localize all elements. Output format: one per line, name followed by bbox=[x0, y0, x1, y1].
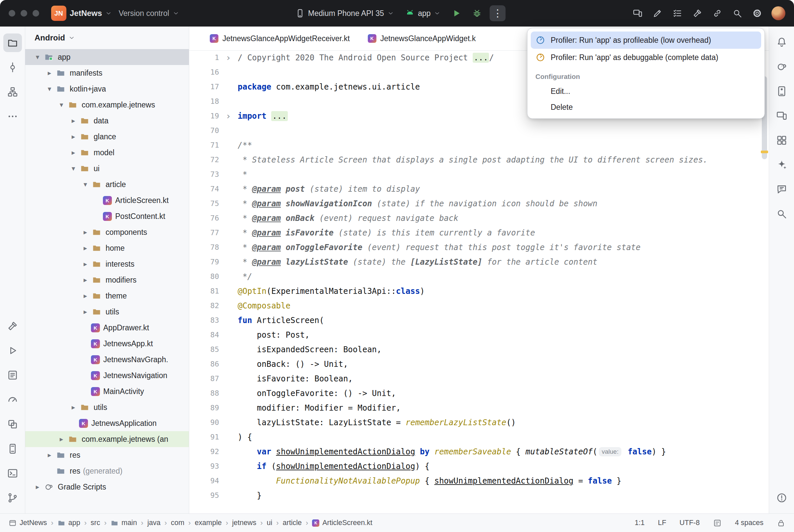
link-icon[interactable] bbox=[710, 6, 725, 21]
chevron-right-icon[interactable]: ▸ bbox=[44, 451, 55, 459]
settings-icon[interactable] bbox=[750, 6, 765, 21]
running-devices-icon[interactable] bbox=[630, 6, 645, 21]
code-text[interactable]: isFavorite: Boolean, bbox=[238, 372, 769, 386]
tree-item-kotlin-java[interactable]: ▾kotlin+java bbox=[25, 81, 189, 97]
popup-item-profiler-run-app-as-debuggable-complete-da[interactable]: Profiler: Run 'app' as debuggable (compl… bbox=[531, 49, 761, 66]
close-window-button[interactable] bbox=[8, 10, 15, 17]
assistant-tool-button[interactable] bbox=[772, 180, 791, 199]
tree-item-postcontent-kt[interactable]: KPostContent.kt bbox=[25, 208, 189, 224]
chevron-right-icon[interactable]: ▸ bbox=[32, 483, 43, 491]
popup-action-edit[interactable]: Edit... bbox=[531, 83, 761, 99]
more-tool-button[interactable] bbox=[3, 107, 22, 126]
debug-button[interactable] bbox=[469, 5, 485, 21]
lock-icon[interactable] bbox=[777, 519, 786, 527]
breadcrumb-ui[interactable]: ui bbox=[266, 519, 272, 527]
caret-position[interactable]: 1:1 bbox=[635, 519, 645, 527]
gemini-tool-button[interactable] bbox=[772, 155, 791, 174]
logcat-tool-button[interactable] bbox=[3, 366, 22, 384]
search-icon[interactable] bbox=[730, 6, 745, 21]
tree-item-jetnewsapp-kt[interactable]: KJetnewsApp.kt bbox=[25, 336, 189, 352]
project-tool-button[interactable] bbox=[3, 34, 22, 52]
code-text[interactable]: post: Post, bbox=[238, 328, 769, 342]
code-text[interactable]: /** bbox=[238, 138, 769, 153]
code-text[interactable]: @Composable bbox=[238, 299, 769, 313]
terminal-tool-button[interactable] bbox=[3, 464, 22, 482]
breadcrumb-jetnews[interactable]: JetNews bbox=[8, 519, 47, 527]
code-text[interactable]: onToggleFavorite: () -> Unit, bbox=[238, 386, 769, 401]
device-explorer-tool-button[interactable] bbox=[3, 439, 22, 458]
tree-item-jetnewsnavigation[interactable]: KJetnewsNavigation bbox=[25, 367, 189, 383]
chevron-right-icon[interactable]: ▸ bbox=[80, 244, 91, 252]
code-text[interactable]: * Stateless Article Screen that displays… bbox=[238, 153, 769, 167]
tree-item-article[interactable]: ▾article bbox=[25, 176, 189, 192]
project-view-selector[interactable]: Android bbox=[25, 26, 189, 49]
chevron-down-icon[interactable]: ▾ bbox=[32, 53, 43, 61]
breadcrumb-src[interactable]: src bbox=[91, 519, 100, 527]
tree-item-gradle-scripts[interactable]: ▸Gradle Scripts bbox=[25, 479, 189, 495]
editor-tab-jetnewsglanceappwidgetreceiver-kt[interactable]: KJetnewsGlanceAppWidgetReceiver.kt bbox=[202, 26, 358, 51]
breadcrumb-main[interactable]: main bbox=[111, 519, 137, 527]
chevron-down-icon[interactable]: ▾ bbox=[68, 165, 79, 172]
tree-item-glance[interactable]: ▸glance bbox=[25, 129, 189, 145]
chevron-right-icon[interactable]: ▸ bbox=[44, 69, 55, 77]
tree-item-theme[interactable]: ▸theme bbox=[25, 288, 189, 304]
code-text[interactable]: * bbox=[238, 167, 769, 182]
popup-item-profiler-run-app-as-profileable-low-overhe[interactable]: Profiler: Run 'app' as profileable (low … bbox=[531, 32, 761, 49]
problems-tool-button[interactable] bbox=[772, 489, 791, 507]
todo-checklist-icon[interactable] bbox=[670, 6, 685, 21]
code-text[interactable]: * @param showNavigationIcon (state) if t… bbox=[238, 196, 769, 211]
chevron-right-icon[interactable]: ▸ bbox=[68, 133, 79, 140]
device-manager-tool-button[interactable] bbox=[772, 82, 791, 100]
running-devices-tool-button[interactable] bbox=[772, 107, 791, 125]
minimize-window-button[interactable] bbox=[21, 10, 27, 17]
notifications-tool-button[interactable] bbox=[772, 33, 791, 52]
breadcrumb-com[interactable]: com bbox=[171, 519, 185, 527]
breadcrumb-articlescreen-kt[interactable]: KArticleScreen.kt bbox=[312, 519, 372, 527]
chevron-right-icon[interactable]: ▸ bbox=[56, 435, 67, 443]
code-text[interactable]: * @param onBack (event) request navigate… bbox=[238, 211, 769, 226]
build-icon[interactable] bbox=[690, 6, 705, 21]
tree-item-appdrawer-kt[interactable]: KAppDrawer.kt bbox=[25, 320, 189, 336]
structure-tool-button[interactable] bbox=[3, 82, 22, 101]
tree-item-model[interactable]: ▸model bbox=[25, 145, 189, 160]
chevron-right-icon[interactable]: ▸ bbox=[80, 276, 91, 284]
file-encoding[interactable]: UTF-8 bbox=[680, 519, 700, 527]
resource-manager-tool-button[interactable] bbox=[772, 131, 791, 150]
run-tool-button[interactable] bbox=[3, 341, 22, 360]
chevron-right-icon[interactable]: ▸ bbox=[80, 228, 91, 236]
code-text[interactable]: var showUnimplementedActionDialog by rem… bbox=[238, 444, 769, 459]
tree-item-ui[interactable]: ▾ui bbox=[25, 160, 189, 176]
tree-item-utils[interactable]: ▸utils bbox=[25, 399, 189, 415]
code-assist-icon[interactable] bbox=[650, 6, 665, 21]
breadcrumb-java[interactable]: java bbox=[147, 519, 160, 527]
gradle-tool-button[interactable] bbox=[772, 57, 791, 76]
breadcrumb-app[interactable]: app bbox=[57, 519, 80, 527]
breadcrumb-example[interactable]: example bbox=[195, 519, 222, 527]
chevron-right-icon[interactable]: ▸ bbox=[80, 292, 91, 300]
tree-item-jetnewsnavgraph[interactable]: KJetnewsNavGraph. bbox=[25, 352, 189, 367]
code-text[interactable]: onBack: () -> Unit, bbox=[238, 357, 769, 372]
tree-item-com-example-jetnews[interactable]: ▾com.example.jetnews bbox=[25, 97, 189, 113]
run-button[interactable] bbox=[448, 5, 464, 21]
zoom-window-button[interactable] bbox=[33, 10, 39, 17]
build-tool-button[interactable] bbox=[3, 317, 22, 335]
code-text[interactable]: } bbox=[238, 488, 769, 503]
tree-item-articlescreen-kt[interactable]: KArticleScreen.kt bbox=[25, 192, 189, 208]
device-selector[interactable]: Medium Phone API 35 bbox=[292, 4, 397, 22]
vcs-widget[interactable]: Version control bbox=[115, 4, 182, 22]
chevron-down-icon[interactable]: ▾ bbox=[44, 85, 55, 93]
more-actions-button[interactable]: ⋮ bbox=[490, 5, 505, 21]
popup-action-delete[interactable]: Delete bbox=[531, 99, 761, 115]
version-control-tool-button[interactable] bbox=[3, 489, 22, 507]
profiler-tool-button[interactable] bbox=[3, 391, 22, 409]
user-avatar[interactable] bbox=[772, 6, 786, 20]
breadcrumb-jetnews[interactable]: jetnews bbox=[232, 519, 256, 527]
tree-item-jetnewsapplication[interactable]: KJetnewsApplication bbox=[25, 415, 189, 431]
chevron-down-icon[interactable]: ▾ bbox=[56, 101, 67, 109]
tree-item-utils[interactable]: ▸utils bbox=[25, 304, 189, 320]
tree-item-res[interactable]: ▸res bbox=[25, 447, 189, 463]
code-text[interactable]: @OptIn(ExperimentalMaterial3Api::class) bbox=[238, 284, 769, 299]
tree-item-res-generated[interactable]: res(generated) bbox=[25, 463, 189, 479]
code-text[interactable]: fun ArticleScreen( bbox=[238, 313, 769, 328]
tree-item-data[interactable]: ▸data bbox=[25, 113, 189, 129]
